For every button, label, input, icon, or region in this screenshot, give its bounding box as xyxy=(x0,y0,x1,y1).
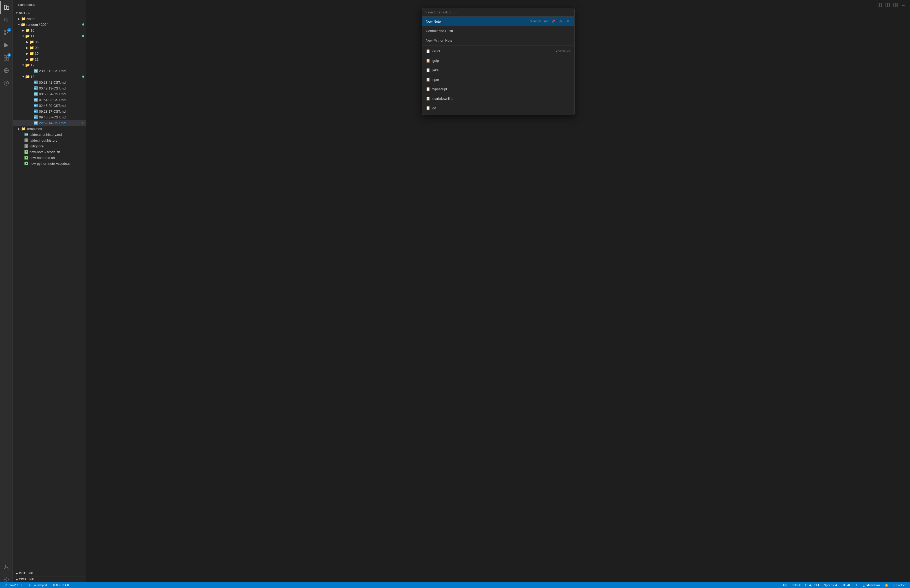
task-item-npm[interactable]: 📋 npm xyxy=(422,75,574,84)
file-02-45-label: 02:45:20-CST.md xyxy=(39,104,84,108)
activity-bar-remote[interactable] xyxy=(0,64,13,77)
sidebar-item-new-note-zed[interactable]: ▶ ▶ new-note-zed.sh xyxy=(13,155,86,161)
status-errors[interactable]: ⊘ 0 ⚠ 0 ℹ 0 xyxy=(50,582,71,588)
sidebar-item-file-00-18[interactable]: ▶ MD 00:18:41-CST.md xyxy=(13,79,86,85)
svg-marker-8 xyxy=(5,44,8,47)
status-lab[interactable]: lab xyxy=(781,582,789,588)
task-item-new-python-note[interactable]: New Python Note xyxy=(422,36,574,45)
outline-header[interactable]: ▶ OUTLINE xyxy=(13,570,86,576)
status-cursor[interactable]: Ln 4, Col 1 xyxy=(803,582,821,588)
sidebar-item-folder-13[interactable]: ▼ 📂 13 xyxy=(13,74,86,79)
activity-bar-source-control[interactable]: 1 xyxy=(0,26,13,39)
task-item-jake[interactable]: 📋 jake xyxy=(422,65,574,75)
sidebar-item-file-09-23[interactable]: ▶ MD 09:23:17-CST.md xyxy=(13,108,86,114)
status-launchpad[interactable]: ⚡ Launchpad xyxy=(26,582,49,588)
more-actions-button[interactable]: ··· xyxy=(900,2,907,8)
sidebar-item-templates[interactable]: ▶ 📁 Templates xyxy=(13,126,86,132)
task-item-gulp[interactable]: 📋 gulp xyxy=(422,56,574,65)
pin-task-button[interactable]: 📌 xyxy=(551,19,556,24)
activity-bar-timeline[interactable] xyxy=(0,77,13,89)
status-branch[interactable]: ⎇ main* ↻ ↕ xyxy=(2,582,24,588)
status-default[interactable]: default xyxy=(790,582,803,588)
sidebar-item-folder-10a[interactable]: ▶ 📁 10 xyxy=(13,27,86,33)
new-note-vscode-label: new-note-vscode.sh xyxy=(29,150,84,154)
folder-11-label: 11 xyxy=(31,34,81,38)
sidebar-item-new-python-note[interactable]: ▶ ▶ new-python-note-vscode.sh xyxy=(13,161,86,166)
folder-11b-arrow: ▶ xyxy=(25,57,29,61)
task-markdownlint-label: markdownlint xyxy=(432,97,571,100)
sidebar-item-file-00-58[interactable]: ▶ MD 00:58:34-CST.md xyxy=(13,91,86,97)
timeline-header[interactable]: ▶ TIMELINE xyxy=(13,577,86,582)
sidebar-item-folder-09[interactable]: ▶ 📁 09 xyxy=(13,45,86,50)
status-notifications[interactable]: 🔔 xyxy=(883,582,891,588)
task-item-new-note[interactable]: New Note recently used 📌 ⚙ ✕ xyxy=(422,16,574,26)
more-actions-button[interactable]: ··· xyxy=(78,2,83,8)
aider-history-label: .aider.chat.history.md xyxy=(29,132,84,137)
file-23-19-label: 23:19:12-CST.md xyxy=(39,69,84,73)
error-icon: ⊘ xyxy=(53,583,55,587)
warning-icon: ⚠ xyxy=(59,583,61,587)
split-editor-button[interactable] xyxy=(884,2,891,8)
split-left-button[interactable] xyxy=(876,2,883,8)
random-2024-arrow: ▼ xyxy=(17,23,21,27)
sidebar-item-random-2024[interactable]: ▼ 📂 random / 2024 xyxy=(13,22,86,27)
folder-13-label: 13 xyxy=(31,75,81,79)
sidebar-item-folder-06[interactable]: ▶ 📁 06 xyxy=(13,39,86,45)
status-eol[interactable]: LF xyxy=(853,582,860,588)
activity-bar-extensions[interactable]: 3 xyxy=(0,52,13,64)
status-bar-left: ⎇ main* ↻ ↕ ⚡ Launchpad ⊘ 0 ⚠ 0 ℹ 0 xyxy=(0,582,71,588)
remote-icon: ↕ xyxy=(21,583,22,587)
encoding-label: UTF-8 xyxy=(842,583,850,587)
svg-rect-18 xyxy=(878,3,879,7)
task-item-grunt[interactable]: 📋 grunt contributed xyxy=(422,46,574,56)
sidebar-item-aider-input[interactable]: ▶ ≡ .aider.input.history xyxy=(13,137,86,143)
svg-rect-23 xyxy=(896,3,897,5)
notifications-icon: 🔔 xyxy=(885,583,888,587)
sidebar-item-folder-11[interactable]: ▼ 📂 11 xyxy=(13,33,86,39)
task-item-markdownlint[interactable]: 📋 markdownlint xyxy=(422,94,574,103)
sidebar-item-aider-history[interactable]: ▶ MD .aider.chat.history.md xyxy=(13,132,86,137)
gitignore-label: .gitignore xyxy=(29,144,84,148)
sidebar-item-file-00-42[interactable]: ▶ MD 00:42:13-CST.md xyxy=(13,85,86,91)
sidebar-item-file-09-40[interactable]: ▶ MD 09:40:37-CST.md xyxy=(13,114,86,120)
sidebar-item-file-23-19[interactable]: ▶ MD 23:19:12-CST.md xyxy=(13,68,86,74)
task-item-go[interactable]: 📋 go xyxy=(422,103,574,113)
sidebar-item-file-22-59[interactable]: ▶ MD 22:59:14-CST.md U xyxy=(13,120,86,126)
new-note-zed-icon: ▶ xyxy=(24,155,28,160)
activity-bar-accounts[interactable] xyxy=(0,561,13,573)
task-item-commit-push[interactable]: Commit and Push xyxy=(422,26,574,36)
close-task-button[interactable]: ✕ xyxy=(565,19,571,24)
folder-10a-icon: 📁 xyxy=(25,28,29,32)
status-language[interactable]: { } Markdown xyxy=(860,582,882,588)
sidebar-item-notes[interactable]: ▶ 📁 Notes xyxy=(13,16,86,22)
activity-bar-search[interactable] xyxy=(0,14,13,26)
activity-bar-run[interactable] xyxy=(0,39,13,52)
file-09-23-icon: MD xyxy=(34,109,38,113)
notes-section-header[interactable]: ▼ NOTES xyxy=(13,10,86,16)
file-23-19-icon: MD xyxy=(34,69,38,73)
configure-task-button[interactable]: ⚙ xyxy=(558,19,563,24)
status-encoding[interactable]: UTF-8 xyxy=(839,582,852,588)
language-label: Markdown xyxy=(866,583,880,587)
random-2024-badge xyxy=(82,23,84,26)
sidebar-item-folder-12[interactable]: ▼ 📂 12 xyxy=(13,62,86,68)
sidebar-item-new-note-vscode[interactable]: ▶ ▶ new-note-vscode.sh xyxy=(13,149,86,155)
status-spaces[interactable]: Spaces: 4 xyxy=(822,582,839,588)
svg-rect-9 xyxy=(4,44,5,47)
sidebar-item-file-01-54[interactable]: ▶ MD 01:54:03-CST.md xyxy=(13,97,86,103)
task-commit-push-label: Commit and Push xyxy=(426,29,571,33)
timeline-arrow-icon: ▶ xyxy=(15,577,19,582)
svg-rect-12 xyxy=(4,58,6,60)
editor-layout-button[interactable] xyxy=(892,2,899,8)
activity-bar-explorer[interactable] xyxy=(0,1,13,14)
task-search-input[interactable] xyxy=(425,10,571,14)
sidebar-item-folder-10b[interactable]: ▶ 📁 10 xyxy=(13,50,86,57)
folder-11b-label: 11 xyxy=(35,57,84,61)
sidebar-item-gitignore[interactable]: ▶ ≡ .gitignore xyxy=(13,143,86,149)
task-item-typescript[interactable]: 📋 typescript xyxy=(422,84,574,94)
sidebar-item-file-02-45[interactable]: ▶ MD 02:45:20-CST.md xyxy=(13,103,86,108)
task-item-docker-build[interactable]: 📋 docker-build xyxy=(422,113,574,115)
sidebar-item-folder-11b[interactable]: ▶ 📁 11 xyxy=(13,57,86,62)
status-prettier[interactable]: ✓ Prettier xyxy=(891,582,908,588)
eol-label: LF xyxy=(855,583,858,587)
